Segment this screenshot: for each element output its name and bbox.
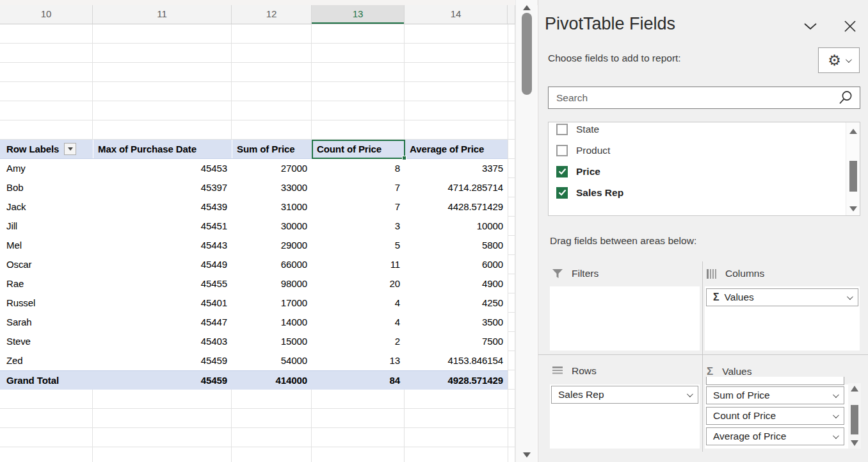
pivot-header-cell[interactable]: Sum of Price <box>232 140 312 158</box>
table-cell[interactable]: 45449 <box>93 255 232 274</box>
table-cell[interactable]: 45459 <box>93 371 232 390</box>
table-cell[interactable]: 30000 <box>232 217 312 236</box>
table-cell[interactable]: 84 <box>312 371 405 390</box>
field-list-scrollbar[interactable] <box>846 122 860 215</box>
table-cell[interactable]: 4928.571429 <box>405 371 508 390</box>
checked-checkbox[interactable] <box>556 166 568 177</box>
table-cell[interactable]: 29000 <box>232 236 312 255</box>
search-icon[interactable] <box>838 90 853 106</box>
table-cell[interactable]: 4714.285714 <box>405 178 508 197</box>
filters-drop-area[interactable] <box>550 286 700 351</box>
table-cell[interactable]: 11 <box>312 255 405 274</box>
values-field-chip[interactable]: Count of Price <box>706 407 844 425</box>
field-list-item[interactable]: Product <box>549 140 860 161</box>
table-cell[interactable]: 4 <box>312 293 405 313</box>
table-cell[interactable]: Steve <box>0 332 93 351</box>
table-cell[interactable]: 45447 <box>93 313 232 332</box>
field-list-item[interactable]: Price <box>549 161 860 182</box>
field-list-item[interactable]: Sales Rep <box>549 182 860 203</box>
table-cell[interactable]: 31000 <box>232 197 312 217</box>
search-input[interactable] <box>549 92 838 104</box>
table-cell[interactable]: 4900 <box>405 274 508 293</box>
pivot-header-cell[interactable]: Row Labels <box>0 140 93 158</box>
table-cell[interactable]: Bob <box>0 178 93 197</box>
pivot-header-cell[interactable]: Average of Price <box>405 140 508 158</box>
values-field-chip[interactable]: Sum of Price <box>706 386 844 404</box>
column-header[interactable]: 12 <box>232 5 312 24</box>
table-cell[interactable]: 45453 <box>93 159 232 178</box>
table-cell[interactable]: Rae <box>0 274 93 293</box>
table-cell[interactable]: 3375 <box>405 159 508 178</box>
table-cell[interactable]: 10000 <box>405 217 508 236</box>
table-cell[interactable]: 3 <box>312 217 405 236</box>
scroll-up-arrow-icon[interactable] <box>849 129 857 134</box>
table-cell[interactable]: 3500 <box>405 313 508 332</box>
table-cell[interactable]: 7 <box>312 197 405 217</box>
table-cell[interactable]: 45455 <box>93 274 232 293</box>
table-cell[interactable]: Sarah <box>0 313 93 332</box>
table-cell[interactable]: 45397 <box>93 178 232 197</box>
unchecked-checkbox[interactable] <box>556 145 568 156</box>
table-cell[interactable]: 45401 <box>93 293 232 313</box>
table-cell[interactable]: Jill <box>0 217 93 236</box>
table-cell[interactable]: 6000 <box>405 255 508 274</box>
scroll-down-arrow-icon[interactable] <box>523 452 531 458</box>
table-cell[interactable]: Russel <box>0 293 93 313</box>
table-cell[interactable]: 414000 <box>232 371 312 390</box>
table-cell[interactable]: 15000 <box>232 332 312 351</box>
row-labels-filter-button[interactable] <box>64 143 76 155</box>
table-cell[interactable]: 14000 <box>232 313 312 332</box>
table-cell[interactable]: 8 <box>312 159 405 178</box>
table-cell[interactable]: 5800 <box>405 236 508 255</box>
scroll-down-arrow-icon[interactable] <box>849 206 857 211</box>
table-cell[interactable]: 54000 <box>232 351 312 370</box>
table-cell[interactable]: Oscar <box>0 255 93 274</box>
table-cell[interactable]: 66000 <box>232 255 312 274</box>
table-cell[interactable]: 17000 <box>232 293 312 313</box>
table-cell[interactable]: 5 <box>312 236 405 255</box>
table-cell[interactable]: 4153.846154 <box>405 351 508 370</box>
column-header[interactable]: 10 <box>0 5 93 24</box>
table-cell[interactable]: 45403 <box>93 332 232 351</box>
scroll-thumb[interactable] <box>522 13 532 95</box>
panel-close-icon[interactable] <box>843 19 857 33</box>
table-cell[interactable]: 45451 <box>93 217 232 236</box>
scroll-thumb[interactable] <box>851 405 858 434</box>
table-cell[interactable]: 13 <box>312 351 405 370</box>
column-header[interactable]: 13 <box>312 5 405 24</box>
table-cell[interactable]: 4250 <box>405 293 508 313</box>
table-cell[interactable]: 45459 <box>93 351 232 370</box>
pivot-header-cell[interactable]: Max of Purchase Date <box>93 140 232 158</box>
values-field-chip[interactable]: Average of Price <box>706 427 844 445</box>
column-header[interactable]: 14 <box>405 5 508 24</box>
column-header[interactable]: 11 <box>93 5 232 24</box>
field-list-item[interactable]: State <box>549 122 860 140</box>
table-cell[interactable]: 7 <box>312 178 405 197</box>
columns-field-chip[interactable]: ΣValues <box>706 288 858 306</box>
table-cell[interactable]: 2 <box>312 332 405 351</box>
table-cell[interactable]: 7500 <box>405 332 508 351</box>
table-cell[interactable]: 27000 <box>232 159 312 178</box>
table-cell[interactable]: Zed <box>0 351 93 370</box>
table-cell[interactable]: Grand Total <box>0 371 93 390</box>
table-cell[interactable]: 33000 <box>232 178 312 197</box>
panel-chevron-down-icon[interactable] <box>802 21 819 31</box>
values-scrollbar[interactable] <box>848 383 861 449</box>
table-cell[interactable]: 4428.571429 <box>405 197 508 217</box>
rows-field-chip[interactable]: Sales Rep <box>551 386 698 404</box>
table-cell[interactable]: 4 <box>312 313 405 332</box>
table-cell[interactable]: Mel <box>0 236 93 255</box>
table-cell[interactable]: 45443 <box>93 236 232 255</box>
scroll-thumb[interactable] <box>849 161 857 192</box>
pivot-header-cell[interactable]: Count of Price <box>312 140 405 158</box>
checked-checkbox[interactable] <box>556 187 568 199</box>
tools-button[interactable]: ⚙ <box>818 47 860 73</box>
unchecked-checkbox[interactable] <box>556 124 568 135</box>
scroll-up-arrow-icon[interactable] <box>851 386 858 392</box>
scroll-down-arrow-icon[interactable] <box>851 440 858 446</box>
table-cell[interactable]: 20 <box>312 274 405 293</box>
table-cell[interactable]: 98000 <box>232 274 312 293</box>
scroll-up-arrow-icon[interactable] <box>523 5 531 10</box>
table-cell[interactable]: 45439 <box>93 197 232 217</box>
values-partial-chip[interactable] <box>706 377 844 385</box>
